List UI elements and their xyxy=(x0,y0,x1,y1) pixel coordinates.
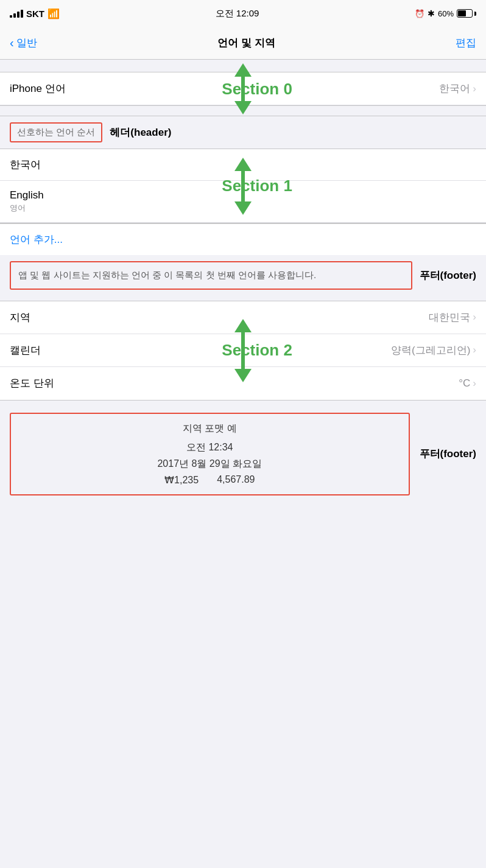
calendar-value: 양력(그레고리언) › xyxy=(391,343,476,357)
format-numbers: ₩1,235 4,567.89 xyxy=(23,474,396,486)
wifi-icon: 📶 xyxy=(48,8,60,19)
section-1-header-wrap: 선호하는 언어 순서 헤더(header) xyxy=(0,116,486,149)
format-date: 2017년 8월 29일 화요일 xyxy=(23,458,396,471)
add-language-row[interactable]: 언어 추가... xyxy=(0,223,486,255)
status-right: ⏰ ✱ 60% xyxy=(415,9,476,18)
preferred-language-order-label: 선호하는 언어 순서 xyxy=(10,122,102,142)
language-row-korean[interactable]: 한국어 xyxy=(0,149,486,181)
temperature-value-text: °C xyxy=(459,377,470,390)
language-name-english: English xyxy=(10,189,476,201)
region-chevron-icon: › xyxy=(473,311,476,323)
section-1-items: 한국어 English 영어 Section 1 xyxy=(0,149,486,223)
add-language-label: 언어 추가... xyxy=(10,234,63,245)
section-2-footer-label: 푸터(footer) xyxy=(420,447,476,461)
section-0: iPhone 언어 한국어 › Section 0 xyxy=(0,72,486,106)
temperature-label: 온도 단위 xyxy=(10,376,54,390)
section-2: 지역 대한민국 › 캘린더 양력(그레고리언) › 온도 단위 °C › xyxy=(0,301,486,401)
format-number: 4,567.89 xyxy=(217,474,255,486)
status-bar: SKT 📶 오전 12:09 ⏰ ✱ 60% xyxy=(0,0,486,27)
edit-button[interactable]: 편집 xyxy=(456,36,476,50)
battery-percent: 60% xyxy=(438,9,454,18)
nav-bar: ‹ 일반 언어 및 지역 편집 xyxy=(0,27,486,60)
section-1-footer-label: 푸터(footer) xyxy=(420,268,476,282)
iphone-language-row[interactable]: iPhone 언어 한국어 › xyxy=(0,72,486,105)
language-value-text: 한국어 xyxy=(439,82,470,96)
format-time: 오전 12:34 xyxy=(23,441,396,454)
bluetooth-icon: ✱ xyxy=(428,9,435,18)
iphone-language-label: iPhone 언어 xyxy=(10,82,66,96)
temperature-row[interactable]: 온도 단위 °C › xyxy=(0,367,486,400)
iphone-language-value: 한국어 › xyxy=(439,82,476,96)
header-label: 헤더(header) xyxy=(110,125,171,139)
back-button[interactable]: ‹ 일반 xyxy=(10,36,37,50)
calendar-value-text: 양력(그레고리언) xyxy=(391,343,470,357)
carrier-label: SKT xyxy=(26,9,44,19)
back-label: 일반 xyxy=(16,36,37,50)
region-row[interactable]: 지역 대한민국 › xyxy=(0,301,486,334)
back-chevron-icon: ‹ xyxy=(10,36,14,50)
language-sub-english: 영어 xyxy=(10,203,476,214)
region-value-text: 대한민국 xyxy=(429,310,470,324)
page-title: 언어 및 지역 xyxy=(217,36,275,50)
section-1-footer-text: 앱 및 웹 사이트는 지원하는 언어 중 이 목록의 첫 번째 언어를 사용합니… xyxy=(10,261,412,290)
region-value: 대한민국 › xyxy=(429,310,476,324)
region-label: 지역 xyxy=(10,310,30,324)
section-2-footer: 지역 포맷 예 오전 12:34 2017년 8월 29일 화요일 ₩1,235… xyxy=(0,405,486,503)
section-1-header-row: 선호하는 언어 순서 헤더(header) xyxy=(0,116,486,149)
calendar-label: 캘린더 xyxy=(10,343,41,357)
alarm-icon: ⏰ xyxy=(415,9,424,18)
status-left: SKT 📶 xyxy=(10,8,60,19)
section-1-footer: 앱 및 웹 사이트는 지원하는 언어 중 이 목록의 첫 번째 언어를 사용합니… xyxy=(0,255,486,296)
temperature-value: °C › xyxy=(459,377,476,390)
temperature-chevron-icon: › xyxy=(473,377,476,390)
chevron-right-icon: › xyxy=(473,83,476,95)
format-currency: ₩1,235 xyxy=(164,474,199,486)
format-title: 지역 포맷 예 xyxy=(23,422,396,435)
status-time: 오전 12:09 xyxy=(216,8,259,19)
language-name-korean: 한국어 xyxy=(10,158,476,172)
battery-icon xyxy=(457,9,476,18)
language-row-english[interactable]: English 영어 xyxy=(0,181,486,223)
signal-bars-icon xyxy=(10,9,23,18)
locale-format-box: 지역 포맷 예 오전 12:34 2017년 8월 29일 화요일 ₩1,235… xyxy=(10,413,410,495)
content: iPhone 언어 한국어 › Section 0 선호하는 언어 순서 헤더(… xyxy=(0,72,486,503)
calendar-row[interactable]: 캘린더 양력(그레고리언) › xyxy=(0,334,486,367)
calendar-chevron-icon: › xyxy=(473,344,476,356)
